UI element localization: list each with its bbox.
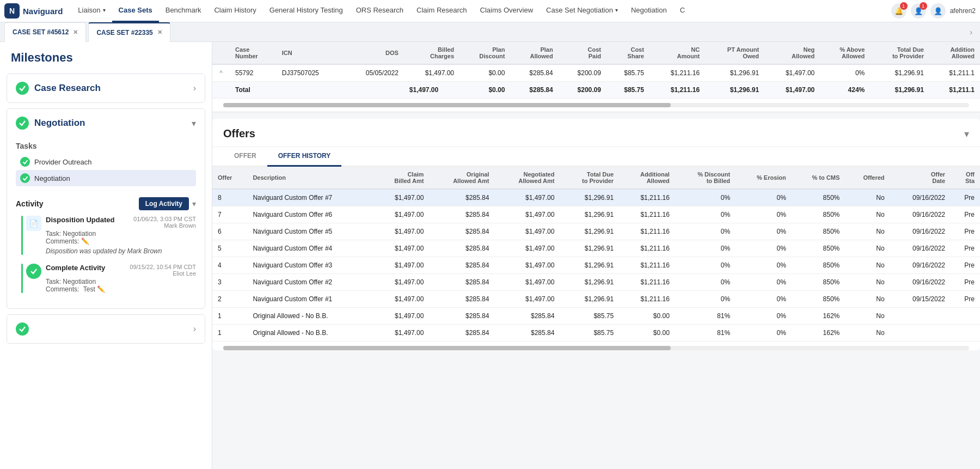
total-billed: $1,497.00 — [404, 82, 460, 99]
activity-chevron-icon[interactable]: ▾ — [192, 199, 196, 208]
offers-table: Offer Description ClaimBilled Amt Origin… — [212, 167, 980, 342]
claims-table-header-row: CaseNumber ICN DOS BilledCharges PlanDis… — [212, 42, 980, 64]
nav-claim-research[interactable]: Claim Research — [410, 0, 473, 22]
offer-offered-8: No — [845, 325, 890, 342]
nav-claims-overview[interactable]: Claims Overview — [474, 0, 540, 22]
nav-c[interactable]: C — [673, 0, 691, 22]
tabs-bar: CASE SET #45612 ✕ CASE SET #22335 ✕ › — [0, 22, 980, 42]
claims-scrollable-table[interactable]: CaseNumber ICN DOS BilledCharges PlanDis… — [212, 42, 980, 99]
offer-erosion-8: 0% — [736, 325, 792, 342]
total-pt-amount: $1,296.91 — [705, 82, 764, 99]
pt-amount-cell: $1,296.91 — [705, 64, 764, 82]
total-add-allowed: $1,211.1 — [929, 82, 980, 99]
total-neg-allowed: $1,497.00 — [764, 82, 820, 99]
offer-num-4: 4 — [212, 257, 247, 274]
offer-billed-3: $1,497.00 — [373, 240, 429, 257]
complete-comments: Comments: Test ✏️ — [46, 285, 196, 293]
offer-cms-5: 850% — [792, 274, 845, 291]
tab-close-22335[interactable]: ✕ — [157, 29, 162, 36]
col-total-due: Total Dueto Provider — [870, 42, 929, 64]
offer-status-2: Pre — [951, 223, 980, 240]
milestone-case-research-header[interactable]: Case Research › — [7, 74, 205, 102]
notification-bell-button[interactable]: 🔔 1 — [891, 3, 906, 19]
task-provider-outreach[interactable]: Provider Outreach — [16, 154, 196, 170]
total-due: $1,296.91 — [870, 82, 929, 99]
offer-cms-6: 850% — [792, 291, 845, 308]
offer-billed-7: $1,497.00 — [373, 308, 429, 325]
activity-label: Activity — [16, 199, 44, 208]
disposition-edit-icon[interactable]: ✏️ — [81, 237, 89, 245]
neg-allowed-cell: $1,497.00 — [764, 64, 820, 82]
offer-cms-3: 850% — [792, 240, 845, 257]
col-pct-erosion: % Erosion — [736, 167, 792, 189]
nav-case-sets[interactable]: Case Sets — [112, 0, 159, 22]
claims-table-section: CaseNumber ICN DOS BilledCharges PlanDis… — [212, 42, 980, 112]
offer-neg-2: $1,497.00 — [494, 223, 560, 240]
icn-cell: DJ37507025 — [277, 64, 344, 82]
nav-logo[interactable]: N Naviguard — [4, 3, 63, 19]
offer-row-7: 1 Original Allowed - No B.B. $1,497.00 $… — [212, 308, 980, 325]
milestone-case-closure-header[interactable]: › — [7, 315, 205, 343]
expand-cell[interactable]: ^ — [212, 64, 230, 82]
offer-status-3: Pre — [951, 240, 980, 257]
tab-case-set-22335[interactable]: CASE SET #22335 ✕ — [88, 22, 170, 42]
offer-date-3: 09/16/2022 — [890, 240, 951, 257]
offer-desc-6: Naviguard Custom Offer #1 — [247, 291, 373, 308]
offer-erosion-3: 0% — [736, 240, 792, 257]
nav-claim-history[interactable]: Claim History — [207, 0, 262, 22]
disposition-desc: Disposition was updated by Mark Brown — [46, 247, 196, 255]
nav-username[interactable]: afehren2 — [950, 7, 976, 15]
billed-cell: $1,497.00 — [404, 64, 460, 82]
total-pct-above: 424% — [820, 82, 870, 99]
nav-negotiation[interactable]: Negotiation — [624, 0, 673, 22]
nav-case-set-negotiation[interactable]: Case Set Negotiation ▾ — [540, 0, 624, 22]
offer-num-6: 2 — [212, 291, 247, 308]
total-plan-discount: $0.00 — [460, 82, 510, 99]
user-avatar[interactable]: 👤 — [930, 3, 946, 19]
offer-erosion-6: 0% — [736, 291, 792, 308]
offer-date-2: 09/16/2022 — [890, 223, 951, 240]
messages-button[interactable]: 👤 1 — [911, 3, 926, 19]
offer-add-4: $1,211.16 — [619, 257, 675, 274]
offer-num-8: 1 — [212, 325, 247, 342]
case-number-cell: 55792 — [230, 64, 277, 82]
tab-close-45612[interactable]: ✕ — [73, 29, 78, 36]
col-offer-desc: Description — [247, 167, 373, 189]
col-nc-amount: NCAmount — [650, 42, 705, 64]
tab-case-set-45612[interactable]: CASE SET #45612 ✕ — [4, 22, 86, 42]
log-activity-button[interactable]: Log Activity — [139, 197, 189, 210]
claims-total-row: Total $1,497.00 $0.00 $285.84 $200.09 $8… — [212, 82, 980, 99]
offer-orig-0: $285.84 — [429, 189, 494, 206]
offers-collapse-icon[interactable]: ▾ — [964, 128, 969, 140]
col-neg-allowed: NegAllowed — [764, 42, 820, 64]
milestone-negotiation-header[interactable]: Negotiation ▾ — [7, 109, 205, 137]
task-negotiation[interactable]: Negotiation — [16, 170, 196, 186]
col-billed: BilledCharges — [404, 42, 460, 64]
tab-offer[interactable]: OFFER — [223, 147, 267, 167]
nav-liaison[interactable]: Liaison ▾ — [71, 0, 112, 22]
offer-cms-0: 850% — [792, 189, 845, 206]
messages-badge: 1 — [920, 2, 927, 10]
offer-pct-disc-1: 0% — [675, 206, 736, 223]
offer-offered-6: No — [845, 291, 890, 308]
col-dos: DOS — [343, 42, 403, 64]
complete-activity-title: Complete Activity — [46, 264, 105, 272]
nav-benchmark[interactable]: Benchmark — [159, 0, 208, 22]
nav-general-history[interactable]: General History Testing — [263, 0, 350, 22]
top-nav: N Naviguard Liaison ▾ Case Sets Benchmar… — [0, 0, 980, 22]
offer-desc-7: Original Allowed - No B.B. — [247, 308, 373, 325]
tab-offer-history[interactable]: OFFER HISTORY — [267, 147, 342, 167]
offer-cms-4: 850% — [792, 257, 845, 274]
col-offer-date: OfferDate — [890, 167, 951, 189]
offer-desc-4: Naviguard Custom Offer #3 — [247, 257, 373, 274]
claims-scrollbar-thumb — [223, 103, 671, 107]
offers-scrollbar[interactable] — [223, 346, 969, 350]
offer-add-7: $0.00 — [619, 308, 675, 325]
complete-edit-icon[interactable]: ✏️ — [97, 285, 105, 293]
offers-table-wrap[interactable]: Offer Description ClaimBilled Amt Origin… — [212, 167, 980, 342]
complete-date: 09/15/22, 10:54 PM CDT — [130, 264, 196, 270]
nav-ors-research[interactable]: ORS Research — [350, 0, 410, 22]
offer-date-8 — [890, 325, 951, 342]
tab-scroll-right[interactable]: › — [966, 28, 976, 36]
claims-table-scrollbar[interactable] — [223, 103, 969, 107]
